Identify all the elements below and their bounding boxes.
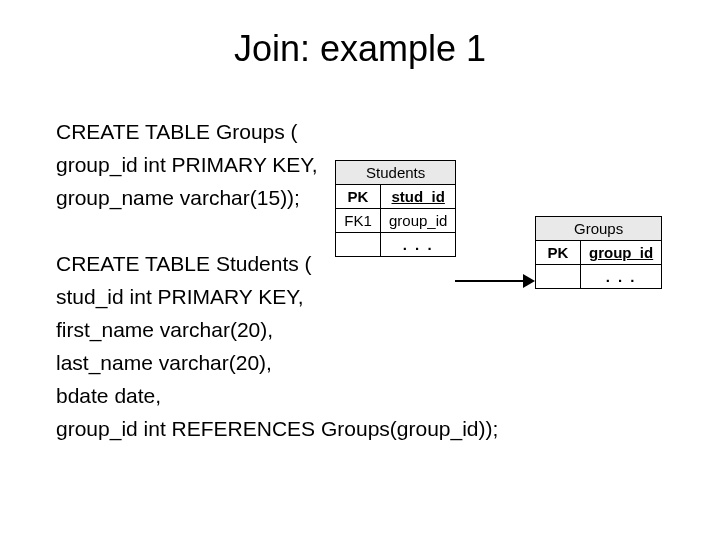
ellipsis-cell: . . . <box>381 233 456 257</box>
sql-line: bdate date, <box>56 379 498 412</box>
fk-arrow <box>455 274 535 288</box>
key-cell: PK <box>536 241 581 265</box>
ellipsis-cell: . . . <box>581 265 662 289</box>
col-cell: group_id <box>581 241 662 265</box>
sql-line: group_id int REFERENCES Groups(group_id)… <box>56 412 498 445</box>
entity-header: Groups <box>536 217 662 241</box>
key-cell: PK <box>336 185 381 209</box>
col-cell: stud_id <box>381 185 456 209</box>
arrow-shaft <box>455 280 525 282</box>
entity-header: Students <box>336 161 456 185</box>
key-cell <box>536 265 581 289</box>
entity-students: Students PK stud_id FK1 group_id . . . <box>335 160 456 257</box>
slide: Join: example 1 CREATE TABLE Groups ( gr… <box>0 0 720 540</box>
arrow-head-icon <box>523 274 535 288</box>
col-cell: group_id <box>381 209 456 233</box>
slide-title: Join: example 1 <box>0 28 720 70</box>
sql-line: first_name varchar(20), <box>56 313 498 346</box>
key-cell <box>336 233 381 257</box>
sql-line: CREATE TABLE Groups ( <box>56 115 498 148</box>
key-cell: FK1 <box>336 209 381 233</box>
entity-groups: Groups PK group_id . . . <box>535 216 662 289</box>
sql-line: stud_id int PRIMARY KEY, <box>56 280 498 313</box>
sql-line: last_name varchar(20), <box>56 346 498 379</box>
